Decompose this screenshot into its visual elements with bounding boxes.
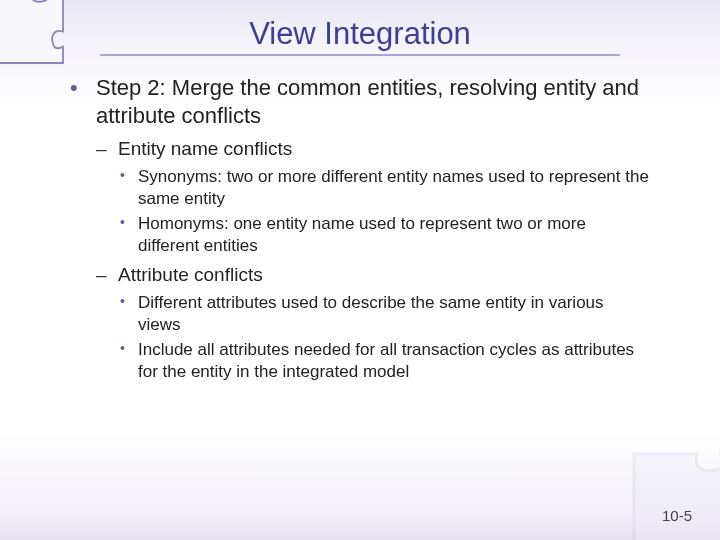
slide: View Integration Step 2: Merge the commo… bbox=[0, 0, 720, 540]
bullet-text: Attribute conflicts bbox=[118, 264, 263, 285]
title-divider bbox=[100, 54, 620, 56]
bullet-text: Include all attributes needed for all tr… bbox=[138, 340, 634, 381]
bullet-lvl3: Homonyms: one entity name used to repres… bbox=[118, 213, 650, 257]
bullet-text: Entity name conflicts bbox=[118, 138, 292, 159]
bullet-text: Different attributes used to describe th… bbox=[138, 293, 604, 334]
bullet-lvl3: Different attributes used to describe th… bbox=[118, 292, 650, 336]
slide-title: View Integration bbox=[30, 16, 690, 52]
bullet-lvl2: Entity name conflicts Synonyms: two or m… bbox=[96, 137, 650, 257]
bullet-text: Synonyms: two or more different entity n… bbox=[138, 167, 649, 208]
slide-body: Step 2: Merge the common entities, resol… bbox=[30, 74, 690, 383]
bullet-text: Homonyms: one entity name used to repres… bbox=[138, 214, 586, 255]
bullet-text: Step 2: Merge the common entities, resol… bbox=[96, 75, 639, 128]
page-number: 10-5 bbox=[662, 507, 692, 524]
bullet-lvl2: Attribute conflicts Different attributes… bbox=[96, 263, 650, 383]
bullet-lvl3: Synonyms: two or more different entity n… bbox=[118, 166, 650, 210]
bullet-lvl3: Include all attributes needed for all tr… bbox=[118, 339, 650, 383]
bullet-lvl1: Step 2: Merge the common entities, resol… bbox=[70, 74, 650, 383]
